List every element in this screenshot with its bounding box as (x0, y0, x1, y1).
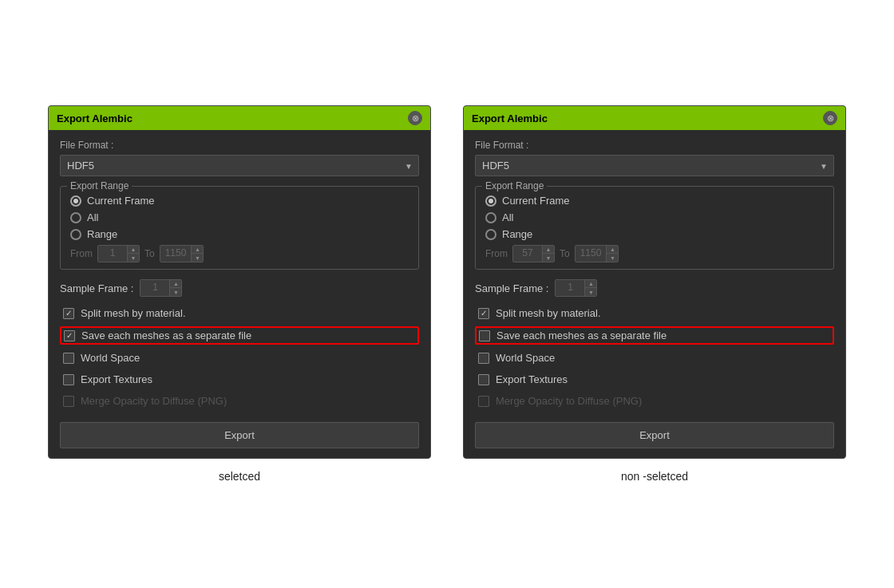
left-from-label: From (70, 248, 93, 259)
right-split-mesh-row[interactable]: Split mesh by material. (475, 305, 834, 322)
right-sample-frame-row: Sample Frame : 1 ▲ ▼ (475, 279, 834, 297)
panels-row: Export Alembic ⊗ File Format : HDF5 Ogaw… (32, 89, 862, 499)
left-merge-opacity-row: Merge Opacity to Diffuse (PNG) (60, 393, 419, 409)
right-radio-current-frame-row[interactable]: Current Frame (485, 195, 824, 207)
left-dialog-header: Export Alembic ⊗ (49, 106, 430, 130)
right-sample-spinner[interactable]: 1 ▲ ▼ (555, 279, 597, 297)
left-export-button[interactable]: Export (60, 422, 419, 448)
left-split-mesh-checkbox[interactable] (63, 308, 74, 319)
right-range-inputs-row: From 57 ▲ ▼ To 1150 ▲ (485, 245, 824, 262)
left-sample-frame-row: Sample Frame : 1 ▲ ▼ (60, 279, 419, 297)
right-panel-label: non -seletced (621, 470, 688, 483)
left-dialog: Export Alembic ⊗ File Format : HDF5 Ogaw… (48, 105, 431, 459)
left-sample-spinner-btns: ▲ ▼ (169, 280, 181, 296)
left-radio-all-row[interactable]: All (70, 211, 409, 223)
left-file-format-label: File Format : (60, 140, 419, 151)
left-split-mesh-label: Split mesh by material. (81, 307, 186, 319)
left-from-up-btn[interactable]: ▲ (128, 246, 139, 254)
right-from-up-btn[interactable]: ▲ (543, 246, 554, 254)
right-export-textures-row[interactable]: Export Textures (475, 371, 834, 388)
right-dialog-body: File Format : HDF5 Ogawa ▼ Export Range … (464, 130, 845, 458)
right-close-button[interactable]: ⊗ (823, 111, 837, 125)
left-to-down-btn[interactable]: ▼ (192, 254, 203, 262)
right-export-textures-checkbox[interactable] (478, 374, 489, 385)
right-export-button[interactable]: Export (475, 422, 834, 448)
right-from-down-btn[interactable]: ▼ (543, 254, 554, 262)
right-radio-range-row[interactable]: Range (485, 228, 824, 240)
right-world-space-row[interactable]: World Space (475, 349, 834, 366)
left-from-spinner[interactable]: 1 ▲ ▼ (97, 245, 140, 262)
left-export-textures-label: Export Textures (81, 373, 152, 385)
left-panel-label: seletced (219, 470, 260, 483)
right-to-down-btn[interactable]: ▼ (607, 254, 618, 262)
left-export-textures-row[interactable]: Export Textures (60, 371, 419, 388)
left-to-value: 1150 (160, 246, 192, 262)
left-save-each-mesh-label: Save each meshes as a separate file (81, 330, 251, 341)
left-radio-range-btn[interactable] (70, 229, 81, 240)
right-from-spinner-btns: ▲ ▼ (542, 246, 554, 262)
right-radio-range-btn[interactable] (485, 229, 496, 240)
left-sample-spinner[interactable]: 1 ▲ ▼ (140, 279, 182, 297)
left-radio-range-label: Range (87, 228, 117, 240)
left-to-spinner-btns: ▲ ▼ (191, 246, 203, 262)
left-world-space-checkbox[interactable] (63, 353, 74, 364)
right-to-label: To (560, 248, 570, 259)
right-world-space-label: World Space (496, 352, 555, 364)
left-dialog-body: File Format : HDF5 Ogawa ▼ Export Range … (49, 130, 430, 458)
left-world-space-row[interactable]: World Space (60, 349, 419, 366)
right-export-range-group: Export Range Current Frame All Range (475, 186, 834, 270)
right-sample-down-btn[interactable]: ▼ (585, 288, 596, 296)
left-sample-down-btn[interactable]: ▼ (170, 288, 181, 296)
right-file-format-select[interactable]: HDF5 Ogawa (475, 155, 834, 176)
right-radio-current-frame-btn[interactable] (485, 195, 496, 207)
right-sample-up-btn[interactable]: ▲ (585, 280, 596, 288)
left-radio-all-label: All (87, 211, 98, 223)
right-dialog-header: Export Alembic ⊗ (464, 106, 845, 130)
left-panel-wrapper: Export Alembic ⊗ File Format : HDF5 Ogaw… (48, 105, 431, 483)
right-merge-opacity-checkbox (478, 396, 489, 407)
right-sample-value: 1 (556, 280, 584, 296)
right-save-each-mesh-row[interactable]: Save each meshes as a separate file (475, 326, 834, 345)
left-export-range-group: Export Range Current Frame All Range (60, 186, 419, 270)
left-radio-current-frame-btn[interactable] (70, 195, 81, 207)
right-world-space-checkbox[interactable] (478, 353, 489, 364)
left-world-space-label: World Space (81, 352, 140, 364)
left-radio-all-btn[interactable] (70, 212, 81, 223)
left-from-spinner-btns: ▲ ▼ (127, 246, 139, 262)
right-sample-frame-label: Sample Frame : (475, 282, 548, 294)
left-save-each-mesh-checkbox[interactable] (64, 330, 75, 341)
left-from-value: 1 (98, 246, 127, 262)
left-radio-current-frame-row[interactable]: Current Frame (70, 195, 409, 207)
left-file-format-select-wrapper: HDF5 Ogawa ▼ (60, 155, 419, 176)
left-sample-up-btn[interactable]: ▲ (170, 280, 181, 288)
left-split-mesh-row[interactable]: Split mesh by material. (60, 305, 419, 322)
left-radio-range-row[interactable]: Range (70, 228, 409, 240)
right-radio-all-btn[interactable] (485, 212, 496, 223)
left-range-inputs-row: From 1 ▲ ▼ To 1150 ▲ (70, 245, 409, 262)
left-dialog-title: Export Alembic (57, 112, 133, 124)
right-merge-opacity-label: Merge Opacity to Diffuse (PNG) (496, 395, 642, 407)
left-from-down-btn[interactable]: ▼ (128, 254, 139, 262)
left-export-range-legend: Export Range (67, 180, 132, 191)
left-sample-frame-label: Sample Frame : (60, 282, 133, 294)
right-radio-all-row[interactable]: All (485, 211, 824, 223)
left-to-up-btn[interactable]: ▲ (192, 246, 203, 254)
left-to-spinner[interactable]: 1150 ▲ ▼ (160, 245, 204, 262)
right-to-up-btn[interactable]: ▲ (607, 246, 618, 254)
right-sample-spinner-btns: ▲ ▼ (584, 280, 596, 296)
left-sample-value: 1 (140, 280, 169, 296)
right-save-each-mesh-label: Save each meshes as a separate file (496, 330, 667, 341)
left-export-textures-checkbox[interactable] (63, 374, 74, 385)
left-file-format-select[interactable]: HDF5 Ogawa (60, 155, 419, 176)
right-to-spinner[interactable]: 1150 ▲ ▼ (575, 245, 619, 262)
right-split-mesh-label: Split mesh by material. (496, 307, 601, 319)
left-to-label: To (144, 248, 155, 259)
right-file-format-label: File Format : (475, 140, 834, 151)
right-from-spinner[interactable]: 57 ▲ ▼ (512, 245, 555, 262)
right-to-value: 1150 (576, 246, 607, 262)
right-save-each-mesh-checkbox[interactable] (479, 330, 490, 341)
right-merge-opacity-row: Merge Opacity to Diffuse (PNG) (475, 393, 834, 409)
right-split-mesh-checkbox[interactable] (478, 308, 489, 319)
left-close-button[interactable]: ⊗ (408, 111, 422, 125)
left-save-each-mesh-row[interactable]: Save each meshes as a separate file (60, 326, 419, 345)
